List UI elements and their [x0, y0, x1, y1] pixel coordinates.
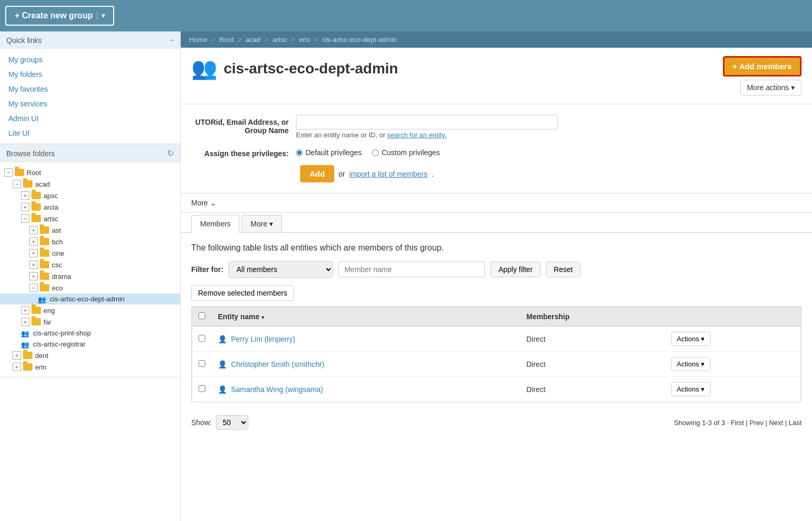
tree-toggle-cine[interactable]: +: [29, 249, 38, 257]
tree-item-dent[interactable]: + dent: [0, 350, 180, 361]
tree-toggle-acad[interactable]: −: [13, 180, 21, 188]
members-content: The following table lists all entities w…: [181, 233, 812, 440]
show-row: Show: 10 25 50 100: [191, 415, 248, 430]
create-group-button[interactable]: + Create new group ▾: [5, 6, 114, 26]
sidebar-item-my-services[interactable]: My services: [0, 96, 180, 111]
tree-label-erin: erin: [35, 363, 47, 371]
tree-item-root[interactable]: − Root: [0, 167, 180, 178]
sidebar-item-my-groups[interactable]: My groups: [0, 52, 180, 67]
row2-checkbox[interactable]: [199, 360, 205, 367]
tree-item-artsc[interactable]: − artsc: [0, 213, 180, 224]
tree-toggle-eng[interactable]: +: [21, 306, 29, 314]
row3-actions-cell: Actions ▾: [665, 377, 801, 402]
tree-item-eco[interactable]: − eco: [0, 282, 180, 294]
filter-select[interactable]: All members Direct members Indirect memb…: [228, 261, 333, 278]
import-dot: .: [432, 170, 434, 178]
row3-checkbox-cell: [192, 377, 212, 402]
row3-actions-button[interactable]: Actions ▾: [671, 382, 711, 396]
tree-toggle-erin[interactable]: +: [13, 363, 21, 371]
tree-toggle-root[interactable]: −: [4, 168, 13, 177]
row3-checkbox[interactable]: [199, 385, 205, 392]
tab-more[interactable]: More ▾: [242, 215, 282, 232]
add-action-row: Add or import a list of members .: [191, 165, 802, 182]
remove-selected-members-button[interactable]: Remove selected members: [191, 285, 294, 301]
tree-item-apsc[interactable]: + apsc: [0, 190, 180, 201]
search-entity-link[interactable]: search for an entity.: [387, 131, 446, 139]
tree-item-csc[interactable]: + csc: [0, 259, 180, 270]
custom-privileges-label[interactable]: Custom privileges: [372, 148, 440, 157]
sidebar-item-my-favorites[interactable]: My favorites: [0, 82, 180, 96]
tree-item-cis-artsc-eco-dept-admin[interactable]: 👥 cis-artsc-eco-dept-admin: [0, 294, 180, 305]
select-all-checkbox[interactable]: [199, 312, 205, 319]
add-button[interactable]: Add: [300, 165, 334, 182]
breadcrumb: Home > Root > acad > artsc > eco > cis-a…: [181, 31, 812, 48]
row1-member-link[interactable]: Perry Lim (limperry): [231, 335, 295, 343]
tree-toggle-dent[interactable]: +: [13, 351, 21, 360]
row1-actions-button[interactable]: Actions ▾: [671, 332, 711, 346]
tree-item-cis-artsc-registrar[interactable]: 👥 cis-artsc-registrar: [0, 339, 180, 350]
tree-item-arcla[interactable]: + arcla: [0, 201, 180, 213]
breadcrumb-home[interactable]: Home: [189, 36, 207, 44]
privileges-label: Assign these privileges:: [191, 146, 296, 158]
members-table-container: Entity name ▾ Membership: [191, 306, 802, 403]
tree-label-root: Root: [27, 169, 41, 177]
tree-toggle-ast[interactable]: +: [29, 226, 38, 234]
sidebar-item-admin-ui[interactable]: Admin UI: [0, 111, 180, 126]
member-name-filter-input[interactable]: [338, 262, 485, 277]
breadcrumb-eco[interactable]: eco: [299, 36, 310, 44]
entity-input[interactable]: [296, 115, 558, 129]
row3-member-link[interactable]: Samantha Wing (wingsama): [231, 385, 323, 394]
reset-filter-button[interactable]: Reset: [546, 262, 581, 277]
tree-item-cis-artsc-print-shop[interactable]: 👥 cis-artsc-print-shop: [0, 328, 180, 339]
tree-toggle-drama[interactable]: +: [29, 272, 38, 280]
tree-toggle-bch[interactable]: +: [29, 237, 38, 246]
tree-item-eng[interactable]: + eng: [0, 305, 180, 316]
breadcrumb-acad[interactable]: acad: [246, 36, 260, 44]
tree-toggle-apsc[interactable]: +: [21, 191, 29, 200]
show-count-select[interactable]: 10 25 50 100: [216, 415, 248, 430]
members-table: Entity name ▾ Membership: [192, 307, 801, 402]
table-row: 👤 Perry Lim (limperry) Direct Actions ▾: [192, 327, 801, 352]
tree-item-acad[interactable]: − acad: [0, 178, 180, 190]
apply-filter-button[interactable]: Apply filter: [490, 262, 540, 277]
breadcrumb-root[interactable]: Root: [220, 36, 234, 44]
tree-item-erin[interactable]: + erin: [0, 361, 180, 373]
tree-label-registrar: cis-artsc-registrar: [33, 340, 85, 348]
row1-checkbox[interactable]: [199, 335, 205, 342]
browse-folders-refresh-button[interactable]: ↻: [167, 148, 174, 158]
tree-item-drama[interactable]: + drama: [0, 270, 180, 282]
custom-privileges-radio[interactable]: [372, 149, 379, 156]
more-toggle-button[interactable]: More ⌄: [191, 199, 216, 207]
row2-actions-button[interactable]: Actions ▾: [671, 357, 711, 371]
more-actions-button[interactable]: More actions ▾: [740, 80, 802, 95]
sidebar-item-lite-ui[interactable]: Lite UI: [0, 126, 180, 140]
tree-toggle-csc[interactable]: +: [29, 260, 38, 269]
sort-arrow-icon: ▾: [261, 314, 264, 320]
row1-entity-cell: 👤 Perry Lim (limperry): [212, 327, 520, 352]
tree-item-bch[interactable]: + bch: [0, 236, 180, 247]
default-privileges-label[interactable]: Default privileges: [296, 148, 361, 157]
page-header: 👥 cis-artsc-eco-dept-admin + Add members…: [181, 48, 812, 104]
row2-member-link[interactable]: Christopher Smith (smithchr): [231, 360, 324, 368]
import-list-link[interactable]: import a list of members: [349, 170, 427, 178]
entity-name-header[interactable]: Entity name ▾: [212, 307, 520, 327]
tab-members[interactable]: Members: [191, 215, 239, 233]
group-icon-registrar: 👥: [21, 341, 30, 348]
group-icon-print-shop: 👥: [21, 330, 30, 337]
tree-toggle-arcla[interactable]: +: [21, 203, 29, 211]
breadcrumb-artsc[interactable]: artsc: [272, 36, 287, 44]
tree-label-acad: acad: [35, 180, 50, 188]
default-privileges-radio[interactable]: [296, 149, 303, 156]
row2-entity-cell: 👤 Christopher Smith (smithchr): [212, 352, 520, 377]
tree-toggle-eco[interactable]: −: [29, 284, 38, 292]
breadcrumb-current: cis-artsc-eco-dept-admin: [322, 36, 397, 44]
tree-toggle-far[interactable]: +: [21, 318, 29, 326]
quick-links-collapse-button[interactable]: −: [169, 36, 174, 45]
tree-item-far[interactable]: + far: [0, 316, 180, 328]
sidebar-item-my-folders[interactable]: My folders: [0, 67, 180, 82]
tree-item-cine[interactable]: + cine: [0, 247, 180, 259]
folder-icon-erin: [23, 363, 32, 371]
tree-toggle-artsc[interactable]: −: [21, 214, 29, 223]
tree-item-ast[interactable]: + ast: [0, 224, 180, 236]
add-members-button[interactable]: + Add members: [723, 56, 802, 77]
